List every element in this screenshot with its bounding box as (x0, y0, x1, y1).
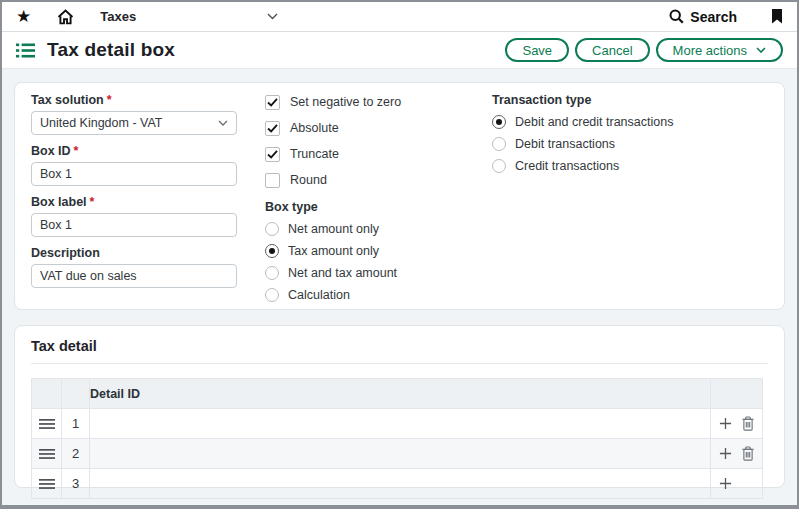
tax-solution-value: United Kingdom - VAT (40, 116, 163, 130)
chevron-down-icon (218, 120, 228, 126)
module-nav-label: Taxes (100, 9, 136, 24)
tax-solution-label: Tax solution (31, 93, 104, 107)
required-asterisk: * (90, 195, 95, 209)
checkbox-absolute[interactable]: Absolute (265, 115, 475, 141)
table-row: 2 (32, 439, 763, 469)
delete-row-icon[interactable] (741, 446, 755, 461)
chevron-down-icon (756, 47, 766, 53)
drag-handle-icon (39, 449, 55, 459)
search-label: Search (690, 9, 737, 25)
delete-row-icon[interactable] (741, 416, 755, 431)
radio-icon (265, 222, 279, 236)
row-drag-handle[interactable] (32, 439, 62, 469)
box-label-input[interactable] (31, 213, 237, 237)
chevron-down-icon (267, 13, 278, 20)
add-row-icon[interactable] (719, 477, 732, 490)
radio-calculation[interactable]: Calculation (265, 284, 475, 306)
transaction-type-group: Transaction type Debit and credit transa… (492, 93, 782, 177)
box-id-label: Box ID (31, 144, 71, 158)
box-id-input[interactable] (31, 162, 237, 186)
radio-icon (265, 288, 279, 302)
table-header-row: Detail ID (32, 379, 763, 409)
app-window: ★ Taxes Search (0, 0, 799, 509)
record-list-icon[interactable] (16, 43, 35, 58)
radio-selected-icon (492, 115, 506, 129)
tax-solution-field: Tax solution* United Kingdom - VAT (31, 93, 237, 135)
description-input[interactable] (31, 264, 237, 288)
tax-box-form-card: Tax solution* United Kingdom - VAT Box I… (14, 82, 785, 310)
required-asterisk: * (74, 144, 79, 158)
add-row-icon[interactable] (719, 447, 732, 460)
more-actions-button[interactable]: More actions (656, 38, 783, 62)
box-label-field: Box label* (31, 195, 237, 237)
table-row: 1 (32, 409, 763, 439)
top-bar: ★ Taxes Search (2, 2, 797, 32)
checkbox-checked-icon (265, 121, 280, 136)
checkbox-set-negative-to-zero[interactable]: Set negative to zero (265, 89, 475, 115)
tax-detail-title: Tax detail (31, 338, 768, 364)
tax-solution-select[interactable]: United Kingdom - VAT (31, 111, 237, 135)
row-drag-handle[interactable] (32, 469, 62, 499)
search-button[interactable]: Search (669, 9, 737, 25)
radio-selected-icon (265, 244, 279, 258)
transaction-type-label: Transaction type (492, 93, 782, 107)
description-field: Description (31, 246, 237, 288)
page-title: Tax detail box (47, 39, 175, 61)
tax-detail-table: Detail ID 1 (31, 378, 763, 499)
module-nav-dropdown[interactable]: Taxes (100, 9, 278, 24)
bookmark-icon[interactable] (771, 9, 783, 24)
actions-column-header (711, 379, 763, 409)
radio-debit-and-credit-transactions[interactable]: Debit and credit transactions (492, 111, 782, 133)
radio-net-amount-only[interactable]: Net amount only (265, 218, 475, 240)
radio-icon (492, 159, 506, 173)
detail-id-column-header: Detail ID (90, 379, 711, 409)
checkbox-truncate[interactable]: Truncate (265, 141, 475, 167)
row-drag-handle[interactable] (32, 409, 62, 439)
cancel-button[interactable]: Cancel (575, 38, 649, 62)
radio-icon (265, 266, 279, 280)
table-row: 3 (32, 469, 763, 499)
box-type-group: Box type Net amount only Tax amount only… (265, 200, 475, 306)
checkbox-checked-icon (265, 147, 280, 162)
favorite-star-icon[interactable]: ★ (16, 8, 31, 25)
detail-id-cell[interactable] (90, 439, 711, 469)
home-icon[interactable] (57, 9, 74, 25)
description-label: Description (31, 246, 100, 260)
row-number: 3 (62, 469, 90, 499)
radio-credit-transactions[interactable]: Credit transactions (492, 155, 782, 177)
row-number: 2 (62, 439, 90, 469)
search-icon (669, 9, 684, 24)
radio-debit-transactions[interactable]: Debit transactions (492, 133, 782, 155)
checkbox-round[interactable]: Round (265, 167, 475, 193)
box-id-field: Box ID* (31, 144, 237, 186)
radio-icon (492, 137, 506, 151)
detail-id-cell[interactable] (90, 409, 711, 439)
save-button[interactable]: Save (505, 38, 569, 62)
drag-handle-icon (39, 479, 55, 489)
required-asterisk: * (107, 93, 112, 107)
box-label-label: Box label (31, 195, 87, 209)
main-content: Tax solution* United Kingdom - VAT Box I… (2, 69, 797, 488)
detail-id-cell[interactable] (90, 469, 711, 499)
drag-handle-icon (39, 419, 55, 429)
add-row-icon[interactable] (719, 417, 732, 430)
row-number: 1 (62, 409, 90, 439)
radio-tax-amount-only[interactable]: Tax amount only (265, 240, 475, 262)
tax-detail-card: Tax detail Detail ID (14, 325, 785, 488)
checkbox-checked-icon (265, 95, 280, 110)
page-header: Tax detail box Save Cancel More actions (2, 32, 797, 69)
checkbox-unchecked-icon (265, 173, 280, 188)
row-number-column-header (62, 379, 90, 409)
drag-column-header (32, 379, 62, 409)
radio-net-and-tax-amount[interactable]: Net and tax amount (265, 262, 475, 284)
box-type-label: Box type (265, 200, 475, 214)
